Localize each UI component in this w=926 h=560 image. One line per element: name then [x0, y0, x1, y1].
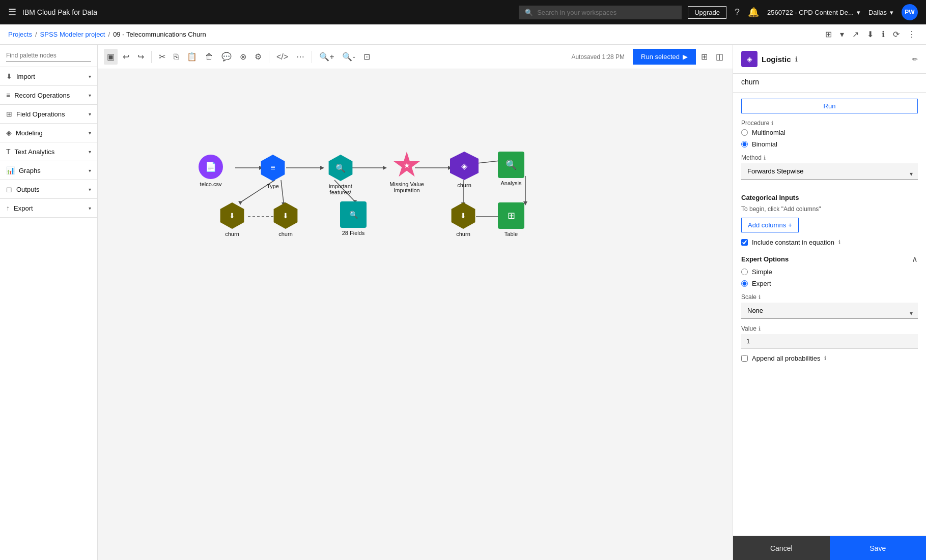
rp-save-button[interactable]: Save	[830, 536, 927, 560]
breadcrumb-action-1[interactable]: ⊞	[823, 27, 834, 41]
node-28-fields[interactable]: 🔍 28 Fields	[340, 201, 367, 236]
rp-expert-simple-radio[interactable]	[741, 269, 748, 275]
rp-add-columns-button[interactable]: Add columns +	[741, 218, 799, 232]
node-churn-bottom-right[interactable]: ⬇ churn	[450, 202, 476, 237]
text-analytics-chevron-icon: ▾	[89, 149, 91, 155]
rp-append-all[interactable]: Append all probabilities ℹ	[741, 355, 918, 362]
paste-button[interactable]: 📋	[184, 49, 200, 65]
toolbar-right-icons: ⊞ ◫	[698, 49, 726, 65]
toolbar-panel-button[interactable]: ◫	[713, 49, 726, 65]
zoom-out-button[interactable]: 🔍-	[339, 49, 358, 65]
cut-button[interactable]: ✂	[156, 49, 169, 65]
menu-icon[interactable]: ☰	[8, 7, 16, 18]
rp-value-input[interactable]	[741, 334, 918, 348]
rp-procedure-binomial-radio[interactable]	[741, 141, 748, 148]
select-tool-button[interactable]: ▣	[104, 49, 118, 65]
rp-expert-expert[interactable]: Expert	[741, 280, 918, 287]
rp-expert-collapse-button[interactable]: ∧	[912, 254, 918, 264]
rp-include-constant-info-icon[interactable]: ℹ	[838, 239, 840, 246]
breadcrumb-action-deploy[interactable]: ↗	[850, 27, 861, 41]
node-analysis[interactable]: 🔍 Analysis	[498, 152, 524, 186]
node-churn-bottom-mid[interactable]: ⬇ churn	[272, 202, 299, 237]
redo-button[interactable]: ↪	[134, 49, 147, 65]
code-button[interactable]: </>	[273, 49, 291, 65]
canvas[interactable]: 📄 telco.csv ≡ Type 🔍 important features\	[98, 69, 733, 560]
sidebar-search-container	[0, 45, 97, 67]
search-bar[interactable]: 🔍	[519, 6, 682, 19]
rp-include-constant-checkbox[interactable]	[741, 239, 748, 246]
rp-edit-icon[interactable]: ✏	[912, 55, 918, 63]
node-label-churn-bottom-right: churn	[456, 231, 470, 237]
rp-value-info-icon[interactable]: ℹ	[759, 326, 761, 332]
search-input[interactable]	[537, 9, 676, 16]
node-important-features[interactable]: 🔍 important features\	[320, 155, 361, 195]
rp-info-icon[interactable]: ℹ	[795, 55, 798, 63]
avatar[interactable]: PW	[902, 4, 918, 20]
fit-button[interactable]: ⊡	[360, 49, 373, 65]
rp-run-button[interactable]: Run	[741, 99, 918, 113]
sidebar-label-export: Export	[14, 204, 33, 212]
node-table[interactable]: ⊞ Table	[498, 202, 524, 237]
node-churn-bottom-left[interactable]: ⬇ churn	[219, 202, 245, 237]
sidebar: ⬇ Import ▾ ≡ Record Operations ▾ ⊞ Field…	[0, 45, 98, 560]
rp-procedure-multinomial-radio[interactable]	[741, 129, 748, 136]
rp-cancel-button[interactable]: Cancel	[733, 536, 830, 560]
upgrade-button[interactable]: Upgrade	[688, 6, 726, 19]
node-type[interactable]: ≡ Type	[260, 155, 286, 189]
comment-button[interactable]: 💬	[218, 49, 235, 65]
run-selected-button[interactable]: Run selected ▶	[633, 49, 696, 65]
breadcrumb-project[interactable]: SPSS Modeler project	[40, 31, 105, 38]
rp-body: Procedure ℹ Multinomial Binomial Method …	[733, 120, 926, 536]
breadcrumb-action-info[interactable]: ℹ	[880, 27, 887, 41]
breadcrumb-action-more[interactable]: ⋮	[906, 27, 918, 41]
rp-append-all-checkbox[interactable]	[741, 355, 748, 362]
rp-scale-info-icon[interactable]: ℹ	[759, 294, 761, 301]
toolbar-grid-button[interactable]: ⊞	[698, 49, 711, 65]
sidebar-item-record-operations[interactable]: ≡ Record Operations ▾	[0, 86, 97, 104]
sidebar-item-graphs[interactable]: 📊 Graphs ▾	[0, 161, 97, 180]
churn-bl-icon: ⬇	[229, 212, 235, 220]
rp-procedure-info-icon[interactable]: ℹ	[771, 120, 773, 127]
outputs-chevron-icon: ▾	[89, 187, 91, 192]
sidebar-item-outputs[interactable]: ◻ Outputs ▾	[0, 180, 97, 198]
disconnect-button[interactable]: ⊗	[237, 49, 249, 65]
rp-include-constant[interactable]: Include constant in equation ℹ	[741, 239, 918, 246]
sidebar-section-field-ops: ⊞ Field Operations ▾	[0, 105, 97, 124]
sidebar-item-export[interactable]: ↑ Export ▾	[0, 199, 97, 217]
node-missing-value[interactable]: ★ Missing Value Imputation	[384, 152, 430, 193]
sidebar-search-input[interactable]	[6, 50, 91, 62]
rp-categorical-desc: To begin, click "Add columns"	[741, 205, 918, 213]
sidebar-item-modeling[interactable]: ◈ Modeling ▾	[0, 124, 97, 142]
account-chevron-icon: ▾	[857, 9, 860, 16]
delete-button[interactable]: 🗑	[202, 49, 216, 65]
settings-button[interactable]: ⚙	[251, 49, 265, 65]
rp-append-info-icon[interactable]: ℹ	[824, 355, 826, 362]
sidebar-item-text-analytics[interactable]: T Text Analytics ▾	[0, 142, 97, 161]
node-churn-top[interactable]: ◈ churn	[450, 152, 479, 188]
rp-footer: Cancel Save	[733, 536, 926, 560]
rp-procedure-binomial[interactable]: Binomial	[741, 140, 918, 148]
outputs-icon: ◻	[6, 185, 12, 193]
rp-method-select[interactable]: Forwards Stepwise Backwards Stepwise Ent…	[741, 163, 918, 180]
help-icon[interactable]: ?	[735, 7, 740, 18]
sidebar-item-field-operations[interactable]: ⊞ Field Operations ▾	[0, 105, 97, 123]
breadcrumb-action-2[interactable]: ▾	[838, 27, 846, 41]
undo-button[interactable]: ↩	[120, 49, 132, 65]
rp-expert-expert-radio[interactable]	[741, 280, 748, 287]
copy-button[interactable]: ⎘	[171, 49, 182, 65]
breadcrumb-projects[interactable]: Projects	[8, 31, 32, 38]
account-selector[interactable]: 2560722 - CPD Content De... ▾	[767, 9, 860, 16]
location-selector[interactable]: Dallas ▾	[868, 9, 893, 16]
notifications-icon[interactable]: 🔔	[748, 7, 759, 18]
rp-procedure-multinomial[interactable]: Multinomial	[741, 129, 918, 136]
zoom-in-button[interactable]: 🔍+	[316, 49, 337, 65]
breadcrumb-action-download[interactable]: ⬇	[865, 27, 876, 41]
sidebar-item-import[interactable]: ⬇ Import ▾	[0, 67, 97, 85]
churn-bm-icon: ⬇	[283, 212, 289, 220]
rp-expert-simple[interactable]: Simple	[741, 268, 918, 276]
rp-method-info-icon[interactable]: ℹ	[764, 155, 766, 161]
rp-scale-select[interactable]: None Deviance Pearson Fixed	[741, 303, 918, 319]
node-telco-csv[interactable]: 📄 telco.csv	[199, 155, 223, 187]
more-button[interactable]: ⋯	[293, 49, 307, 65]
breadcrumb-action-history[interactable]: ⟳	[891, 27, 902, 41]
